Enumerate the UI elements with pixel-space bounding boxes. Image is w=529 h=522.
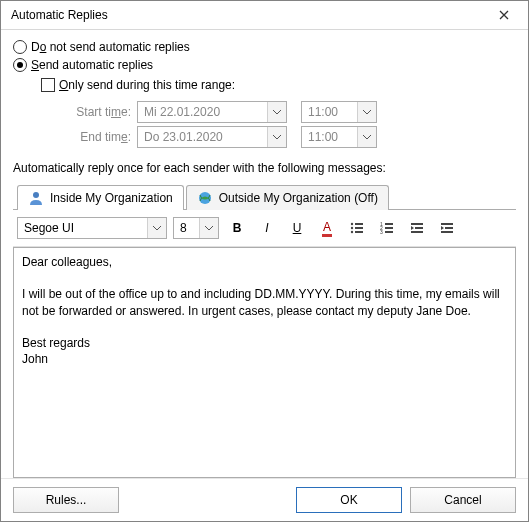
bold-button[interactable]: B (225, 216, 249, 240)
end-time-label: End time: (61, 130, 137, 144)
svg-rect-13 (385, 231, 393, 233)
bold-icon: B (233, 221, 242, 235)
size-value: 8 (174, 221, 199, 235)
indent-icon (439, 220, 455, 236)
chevron-down-icon (147, 218, 166, 238)
ok-button[interactable]: OK (296, 487, 402, 513)
chevron-down-icon (267, 102, 286, 122)
button-label: Rules... (46, 493, 87, 507)
radio-label: Send automatic replies (31, 58, 153, 72)
indent-button[interactable] (435, 216, 459, 240)
font-color-icon: A (322, 220, 332, 237)
bullet-list-button[interactable] (345, 216, 369, 240)
radio-icon (13, 58, 27, 72)
svg-rect-19 (441, 231, 453, 233)
svg-rect-16 (411, 231, 423, 233)
font-value: Segoe UI (18, 221, 147, 235)
tab-outside-org[interactable]: Outside My Organization (Off) (186, 185, 389, 210)
start-time-value: 11:00 (302, 105, 357, 119)
dialog-automatic-replies: Automatic Replies Do not send automatic … (0, 0, 529, 522)
svg-rect-15 (415, 227, 423, 229)
numbered-list-button[interactable]: 123 (375, 216, 399, 240)
underline-button[interactable]: U (285, 216, 309, 240)
start-date-combo[interactable]: Mi 22.01.2020 (137, 101, 287, 123)
button-label: OK (340, 493, 357, 507)
svg-rect-14 (411, 223, 423, 225)
bullet-list-icon (349, 220, 365, 236)
chevron-down-icon (267, 127, 286, 147)
chevron-down-icon (357, 127, 376, 147)
svg-point-0 (33, 192, 39, 198)
start-time-label: Start time: (61, 105, 137, 119)
checkbox-only-range[interactable]: Only send during this time range: (41, 78, 516, 92)
radio-icon (13, 40, 27, 54)
radio-label: Do not send automatic replies (31, 40, 190, 54)
radio-do-not-send[interactable]: Do not send automatic replies (13, 40, 516, 54)
font-combo[interactable]: Segoe UI (17, 217, 167, 239)
tab-label: Inside My Organization (50, 191, 173, 205)
svg-text:3: 3 (380, 229, 383, 235)
close-button[interactable] (484, 3, 524, 27)
svg-rect-7 (355, 231, 363, 233)
end-time-value: 11:00 (302, 130, 357, 144)
time-range: Start time: Mi 22.01.2020 11:00 End time… (61, 98, 516, 151)
tab-label: Outside My Organization (Off) (219, 191, 378, 205)
close-icon (499, 10, 509, 20)
start-date-value: Mi 22.01.2020 (138, 105, 267, 119)
end-date-value: Do 23.01.2020 (138, 130, 267, 144)
size-combo[interactable]: 8 (173, 217, 219, 239)
svg-rect-9 (385, 223, 393, 225)
svg-rect-5 (355, 227, 363, 229)
svg-rect-17 (441, 223, 453, 225)
svg-rect-18 (445, 227, 453, 229)
button-label: Cancel (444, 493, 481, 507)
italic-button[interactable]: I (255, 216, 279, 240)
italic-icon: I (265, 221, 268, 235)
section-label: Automatically reply once for each sender… (13, 161, 516, 175)
end-time-combo[interactable]: 11:00 (301, 126, 377, 148)
tabs: Inside My Organization Outside My Organi… (13, 179, 516, 210)
format-toolbar: Segoe UI 8 B I U A 123 (13, 210, 516, 247)
titlebar: Automatic Replies (1, 1, 528, 30)
tab-inside-org[interactable]: Inside My Organization (17, 185, 184, 210)
svg-point-2 (351, 223, 353, 225)
window-title: Automatic Replies (11, 8, 484, 22)
checkbox-icon (41, 78, 55, 92)
dialog-footer: Rules... OK Cancel (1, 478, 528, 521)
cancel-button[interactable]: Cancel (410, 487, 516, 513)
svg-rect-3 (355, 223, 363, 225)
globe-icon (197, 190, 213, 206)
numbered-list-icon: 123 (379, 220, 395, 236)
outdent-icon (409, 220, 425, 236)
person-icon (28, 190, 44, 206)
outdent-button[interactable] (405, 216, 429, 240)
underline-icon: U (293, 221, 302, 235)
end-date-combo[interactable]: Do 23.01.2020 (137, 126, 287, 148)
chevron-down-icon (199, 218, 218, 238)
radio-send[interactable]: Send automatic replies (13, 58, 516, 72)
checkbox-label: Only send during this time range: (59, 78, 235, 92)
start-time-combo[interactable]: 11:00 (301, 101, 377, 123)
svg-point-4 (351, 227, 353, 229)
rules-button[interactable]: Rules... (13, 487, 119, 513)
font-color-button[interactable]: A (315, 216, 339, 240)
chevron-down-icon (357, 102, 376, 122)
svg-rect-11 (385, 227, 393, 229)
svg-point-6 (351, 231, 353, 233)
message-editor[interactable]: Dear colleagues, I will be out of the of… (13, 247, 516, 478)
